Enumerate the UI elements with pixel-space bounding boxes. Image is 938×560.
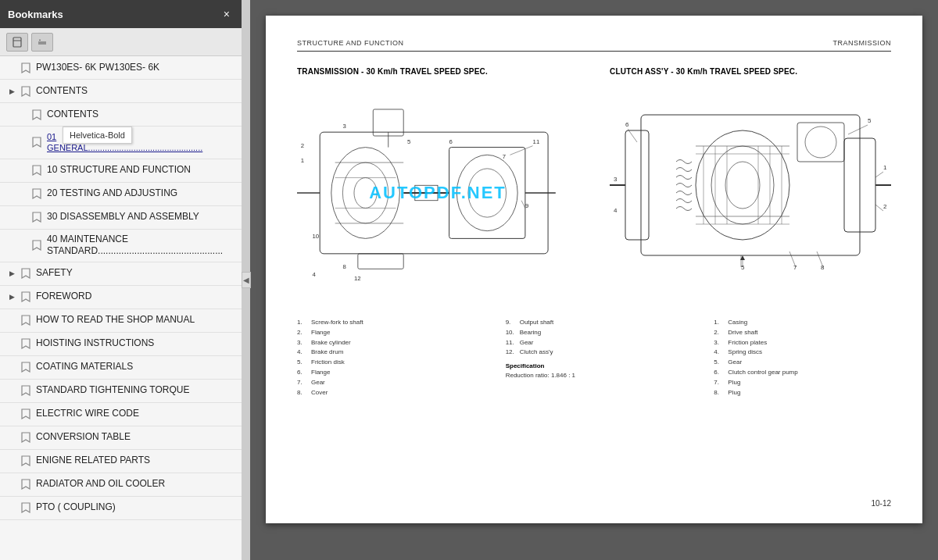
toolbar-expand-btn[interactable] [31,33,53,52]
right-part-item: 3.Friction plates [714,338,891,348]
svg-line-67 [875,172,883,177]
expand-arrow-foreword: ▶ [6,291,17,302]
right-part-item: 2.Drive shaft [714,328,891,338]
svg-text:4: 4 [312,271,316,278]
svg-text:12: 12 [354,275,361,282]
part-label: Clutch control gear pump [728,368,797,378]
svg-text:4: 4 [614,207,618,214]
bookmark-icon-structure [31,164,42,177]
spec-title: Specification [506,362,683,369]
expand-arrow-radiator [6,479,17,490]
bookmark-wirecode[interactable]: ELECTRIC WIRE CODE [0,403,242,426]
svg-line-69 [628,129,637,142]
expand-arrow-engine [6,455,17,466]
part-label: Drive shaft [728,328,757,338]
middle-part-item: 9.Output shaft [506,318,683,328]
svg-line-71 [789,251,796,267]
bookmark-structure[interactable]: 10 STRUCTURE AND FUNCTION [0,159,242,183]
bookmark-icon-disassembly [31,211,42,223]
bookmark-pto[interactable]: PTO ( COUPLING) [0,497,242,520]
part-number: 8. [297,388,308,398]
svg-point-42 [725,162,760,209]
part-number: 11. [506,338,517,348]
svg-rect-43 [797,123,844,162]
expand-arrow-structure [17,165,28,176]
part-label: Screw-fork to shaft [311,318,363,328]
bookmark-contents1[interactable]: ▶ CONTENTS [0,80,242,103]
bookmark-icon-testing [31,187,42,200]
svg-line-68 [875,205,883,211]
svg-text:5: 5 [741,264,745,271]
svg-text:9: 9 [525,202,528,209]
bookmark-label-testing: 20 TESTING AND ADJUSTING [47,187,177,200]
clutch-diagram-title: CLUTCH ASS'Y - 30 Km/h TRAVEL SPEED SPEC… [610,67,891,76]
sidebar-title: Bookmarks [8,9,63,20]
page-header: STRUCTURE AND FUNCTION TRANSMISSION [297,39,891,52]
part-number: 7. [297,378,308,388]
svg-point-41 [711,146,774,224]
bookmark-conversion[interactable]: CONVERSION TABLE [0,426,242,450]
transmission-diagram-image: AUTOPDF.NET [297,84,578,302]
font-tooltip: Helvetica-Bold [63,127,132,144]
expand-arrow-howtoread [6,315,17,326]
resize-handle[interactable] [242,0,250,560]
bookmark-label-safety: SAFETY [36,267,73,280]
spec-note: Reduction ratio: 1.846 : 1 [506,372,683,379]
bookmark-foreword[interactable]: ▶ FOREWORD [0,286,242,309]
middle-parts-list: 9.Output shaft10.Bearing11.Gear12.Clutch… [506,318,683,358]
part-label: Flange [311,368,330,378]
left-part-item: 2.Flange [297,328,474,338]
part-number: 1. [297,318,308,328]
part-number: 3. [297,338,308,348]
transmission-diagram-title: TRANSMISSION - 30 Km/h TRAVEL SPEED SPEC… [297,67,578,76]
left-part-item: 6.Flange [297,368,474,378]
bookmark-icon-wirecode [20,408,31,420]
bookmark-disassembly[interactable]: 30 DISASSEMBLY AND ASSEMBLY [0,206,242,230]
sidebar-close-button[interactable]: × [220,6,234,22]
expand-arrow-safety: ▶ [6,268,17,279]
part-number: 5. [714,358,725,368]
page-header-right: TRANSMISSION [832,39,891,47]
part-number: 4. [714,348,725,358]
expand-arrow-torque [6,385,17,396]
part-number: 10. [506,328,517,338]
bookmark-label-contents1: CONTENTS [36,85,88,98]
bookmark-safety[interactable]: ▶ SAFETY [0,262,242,286]
bookmark-testing[interactable]: 20 TESTING AND ADJUSTING [0,183,242,206]
watermark: AUTOPDF.NET [369,183,507,203]
toolbar-bookmark-btn[interactable] [6,33,28,52]
bookmark-maintenance[interactable]: 40 MAINTENANCE STANDARD.................… [0,230,242,262]
bookmark-label-torque: STANDARD TIGHTENING TORQUE [36,384,189,397]
bookmark-contents2[interactable]: CONTENTS [0,103,242,127]
svg-text:5: 5 [407,138,410,145]
svg-point-40 [696,130,789,240]
bookmark-label-radiator: RADIATOR AND OIL COOLER [36,478,165,490]
sidebar-content[interactable]: PW130ES- 6K PW130ES- 6K ▶ CONTENTS CONTE… [0,56,242,560]
left-part-item: 4.Brake drum [297,348,474,358]
expand-arrow-coating [6,362,17,373]
bookmark-icon-pto [20,501,31,514]
bookmark-pw130[interactable]: PW130ES- 6K PW130ES- 6K [0,56,242,80]
bookmark-radiator[interactable]: RADIATOR AND OIL COOLER [0,473,242,497]
main-content: STRUCTURE AND FUNCTION TRANSMISSION TRAN… [250,0,938,560]
svg-text:3: 3 [342,123,345,130]
svg-point-44 [805,127,836,158]
part-number: 12. [506,348,517,358]
expand-arrow-testing [17,188,28,199]
svg-text:6: 6 [625,121,629,128]
part-label: Brake cylinder [311,338,351,348]
transmission-diagram-section: TRANSMISSION - 30 Km/h TRAVEL SPEED SPEC… [297,67,578,302]
bookmark-torque[interactable]: STANDARD TIGHTENING TORQUE [0,380,242,403]
bookmark-coating[interactable]: COATING MATERIALS [0,356,242,380]
bookmark-icon-torque [20,384,31,397]
bookmark-icon-foreword [20,291,31,303]
bookmark-howtoread[interactable]: HOW TO READ THE SHOP MANUAL [0,309,242,333]
bookmark-icon-engine [20,455,31,467]
part-number: 8. [714,388,725,398]
bookmark-general[interactable]: 01GENERAL...............................… [0,127,242,159]
bookmark-hoisting[interactable]: HOISTING INSTRUCTIONS [0,333,242,356]
bookmark-label-conversion: CONVERSION TABLE [36,431,131,444]
bookmark-icon-howtoread [20,314,31,326]
bookmark-engine[interactable]: ENIGNE RELATED PARTS [0,450,242,473]
svg-text:8: 8 [821,264,825,271]
